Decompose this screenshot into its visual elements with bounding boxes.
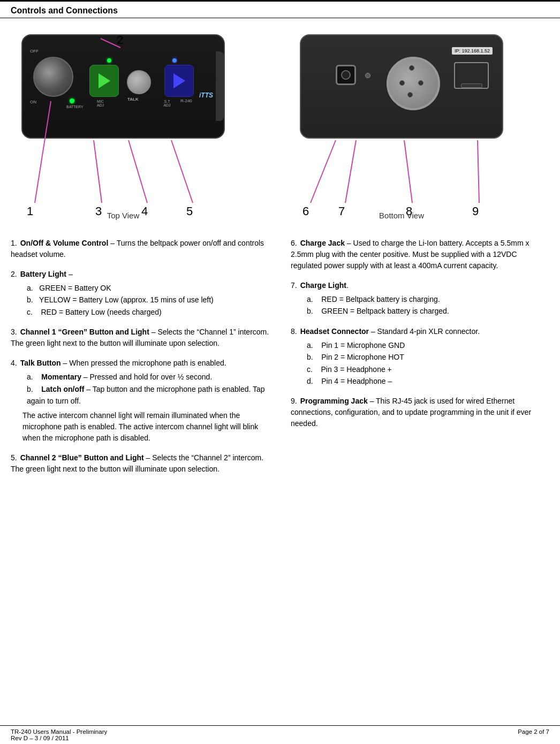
- item-2b: b. YELLOW = Battery Low (approx. 15 mins…: [27, 294, 269, 306]
- item-7-num: 7.: [291, 281, 297, 290]
- item-6-num: 6.: [291, 239, 297, 247]
- svg-line-7: [404, 140, 412, 203]
- item-5: 5.Channel 2 “Blue” Button and Light – Se…: [11, 452, 269, 475]
- item-3-num: 3.: [11, 328, 17, 336]
- item-4a: a. Momentary – Pressed and hold for over…: [27, 371, 269, 383]
- item-4-text: – When pressed the microphone path is en…: [61, 359, 226, 367]
- item-5-num: 5.: [11, 453, 17, 462]
- item-2-num: 2.: [11, 270, 17, 278]
- number-6: 6: [302, 204, 309, 218]
- item-8-label: Headset Connector: [300, 327, 369, 336]
- item-7a: a. RED = Beltpack battery is charging.: [307, 293, 549, 305]
- footer: TR-240 Users Manual - Preliminary Rev D …: [0, 725, 560, 744]
- number-2: 2: [117, 33, 123, 47]
- footer-right: Page 2 of 7: [518, 728, 549, 741]
- item-8b: b. Pin 2 = Microphone HOT: [307, 351, 549, 363]
- item-1-label: On/Off & Volume Control: [20, 239, 109, 247]
- item-4-sublist: a. Momentary – Pressed and hold for over…: [11, 371, 269, 407]
- item-9-label: Programming Jack: [300, 397, 368, 405]
- item-4-extra: The active intercom channel light will r…: [22, 410, 269, 444]
- item-2a: a. GREEN = Battery OK: [27, 282, 269, 294]
- item-7-sublist: a. RED = Beltpack battery is charging. b…: [291, 293, 549, 317]
- item-2-text: –: [66, 270, 73, 278]
- top-view-label: Top View: [64, 211, 182, 220]
- svg-line-5: [311, 140, 336, 203]
- item-4-num: 4.: [11, 359, 17, 367]
- item-8: 8.Headset Connector – Standard 4-pin XLR…: [291, 326, 549, 388]
- item-9-num: 9.: [291, 397, 297, 405]
- item-8-sublist: a. Pin 1 = Microphone GND b. Pin 2 = Mic…: [291, 339, 549, 388]
- svg-line-8: [478, 140, 479, 203]
- item-8c: c. Pin 3 = Headphone +: [307, 363, 549, 375]
- item-3: 3.Channel 1 “Green” Button and Light – S…: [11, 327, 269, 349]
- item-9: 9.Programming Jack – This RJ-45 jack is …: [291, 396, 549, 429]
- item-2-label: Battery Light: [20, 270, 66, 278]
- right-content-col: 6.Charge Jack – Used to charge the Li-Io…: [285, 238, 549, 483]
- number-1: 1: [27, 204, 33, 218]
- item-7: 7.Charge Light. a. RED = Beltpack batter…: [291, 280, 549, 317]
- svg-line-3: [128, 140, 147, 203]
- item-5-label: Channel 2 “Blue” Button and Light: [20, 453, 144, 462]
- left-content-col: 1.On/Off & Volume Control – Turns the be…: [11, 238, 275, 483]
- item-6-label: Charge Jack: [300, 239, 345, 247]
- number-5: 5: [186, 204, 193, 218]
- item-2: 2.Battery Light – a. GREEN = Battery OK …: [11, 269, 269, 318]
- item-7-text: .: [346, 281, 349, 290]
- item-8-num: 8.: [291, 327, 297, 336]
- svg-line-6: [345, 140, 356, 203]
- item-4b: b. Latch on/off – Tap button and the mic…: [27, 383, 269, 407]
- item-4-label: Talk Button: [20, 359, 61, 367]
- number-9: 9: [472, 204, 479, 218]
- item-2-sublist: a. GREEN = Battery OK b. YELLOW = Batter…: [11, 282, 269, 318]
- page-title: Controls and Connections: [11, 6, 118, 15]
- bottom-view-label: Bottom View: [332, 211, 471, 220]
- item-7-label: Charge Light: [300, 281, 346, 290]
- item-4: 4.Talk Button – When pressed the microph…: [11, 358, 269, 444]
- svg-line-2: [94, 140, 102, 203]
- item-1: 1.On/Off & Volume Control – Turns the be…: [11, 238, 269, 260]
- item-3-label: Channel 1 “Green” Button and Light: [20, 328, 149, 336]
- item-8a: a. Pin 1 = Microphone GND: [307, 339, 549, 351]
- item-7b: b. GREEN = Beltpack battery is charged.: [307, 305, 549, 317]
- item-1-num: 1.: [11, 239, 17, 247]
- item-2c: c. RED = Battery Low (needs charged): [27, 306, 269, 318]
- item-6: 6.Charge Jack – Used to charge the Li-Io…: [291, 238, 549, 271]
- item-8-text: – Standard 4-pin XLR connector.: [369, 327, 480, 336]
- footer-left: TR-240 Users Manual - Preliminary Rev D …: [11, 728, 107, 741]
- svg-line-4: [171, 140, 193, 203]
- item-8d: d. Pin 4 = Headphone –: [307, 375, 549, 387]
